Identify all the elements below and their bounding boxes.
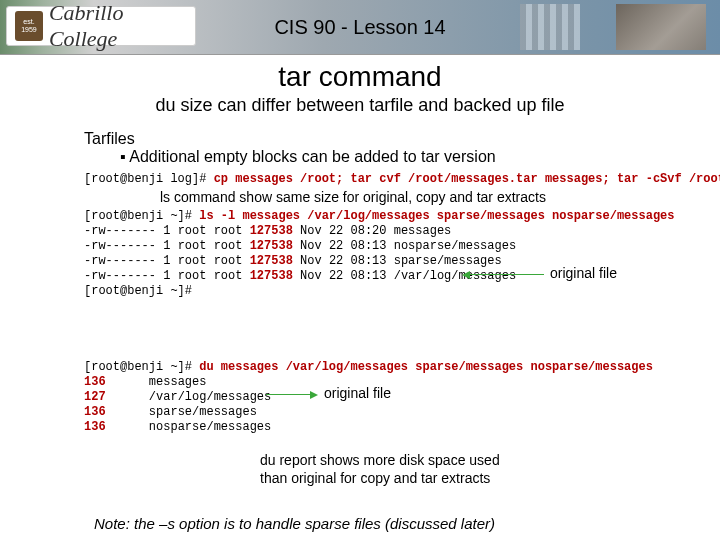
logo-year: 1959 bbox=[21, 26, 37, 34]
command-text: ls -l messages /var/log/messages sparse/… bbox=[199, 209, 674, 223]
arrow-icon bbox=[464, 274, 544, 275]
terminal-block-cp: [root@benji log]# cp messages /root; tar… bbox=[84, 172, 720, 187]
ls-row: -rw------- 1 root root 127538 Nov 22 08:… bbox=[84, 224, 451, 238]
photo-decoration bbox=[616, 4, 706, 50]
annotation-original-file: original file bbox=[550, 265, 617, 283]
arrow-icon bbox=[266, 394, 316, 395]
page-subtitle: du size can differ between tarfile and b… bbox=[0, 95, 720, 116]
ls-row: -rw------- 1 root root 127538 Nov 22 08:… bbox=[84, 239, 516, 253]
logo-est: est. bbox=[23, 18, 34, 26]
annotation-du-original: original file bbox=[324, 385, 391, 403]
du-row: 136 sparse/messages bbox=[84, 405, 257, 419]
du-row: 136 messages bbox=[84, 375, 206, 389]
logo-badge: est. 1959 bbox=[15, 11, 43, 41]
logo-text: Cabrillo College bbox=[49, 0, 187, 52]
command-text: cp messages /root; tar cvf /root/message… bbox=[214, 172, 720, 186]
top-banner: est. 1959 Cabrillo College CIS 90 - Less… bbox=[0, 0, 720, 55]
college-logo: est. 1959 Cabrillo College bbox=[6, 6, 196, 46]
bullet-item: ▪ Additional empty blocks can be added t… bbox=[120, 148, 720, 166]
ls-row: -rw------- 1 root root 127538 Nov 22 08:… bbox=[84, 269, 516, 283]
ls-caption: ls command show same size for original, … bbox=[160, 189, 720, 205]
command-text: du messages /var/log/messages sparse/mes… bbox=[199, 360, 653, 374]
ls-row: -rw------- 1 root root 127538 Nov 22 08:… bbox=[84, 254, 502, 268]
terminal-block-ls: [root@benji ~]# ls -l messages /var/log/… bbox=[84, 209, 720, 344]
du-row: 127 /var/log/messages bbox=[84, 390, 271, 404]
prompt: [root@benji ~]# bbox=[84, 209, 199, 223]
slide-content: tar command du size can differ between t… bbox=[0, 61, 720, 532]
prompt: [root@benji log]# bbox=[84, 172, 214, 186]
section-heading: Tarfiles bbox=[84, 130, 720, 148]
du-row: 136 nosparse/messages bbox=[84, 420, 271, 434]
footnote: Note: the –s option is to handle sparse … bbox=[94, 515, 720, 532]
prompt-tail: [root@benji ~]# bbox=[84, 284, 192, 298]
page-title: tar command bbox=[0, 61, 720, 93]
columns-decoration bbox=[520, 4, 580, 50]
prompt: [root@benji ~]# bbox=[84, 360, 199, 374]
terminal-block-du: [root@benji ~]# du messages /var/log/mes… bbox=[84, 360, 720, 480]
